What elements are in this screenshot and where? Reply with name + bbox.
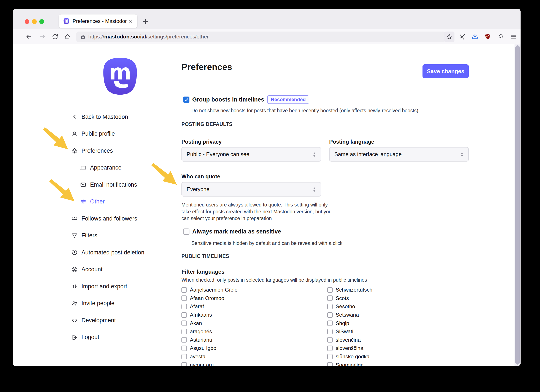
bookmark-star-icon[interactable]: [444, 31, 455, 42]
language-row-afaan-oromoo: Afaan Oromoo: [181, 294, 320, 303]
language-label[interactable]: Afaraf: [190, 303, 204, 309]
language-label[interactable]: slovenščina: [336, 345, 363, 351]
language-label[interactable]: Setswana: [336, 312, 359, 318]
svg-text:m: m: [109, 60, 131, 85]
language-checkbox[interactable]: [181, 304, 187, 309]
language-checkbox[interactable]: [181, 321, 187, 326]
sidebar-item-account[interactable]: Account: [71, 261, 175, 278]
language-checkbox[interactable]: [181, 329, 187, 334]
language-checkbox[interactable]: [327, 346, 333, 351]
language-checkbox[interactable]: [327, 295, 333, 301]
language-checkbox[interactable]: [181, 362, 187, 366]
language-checkbox[interactable]: [327, 354, 333, 359]
language-label[interactable]: aymar aru: [190, 362, 214, 366]
language-label[interactable]: Akan: [190, 320, 202, 326]
language-checkbox[interactable]: [327, 321, 333, 326]
language-checkbox[interactable]: [327, 304, 333, 309]
sidebar-item-public-profile[interactable]: Public profile: [71, 125, 175, 143]
language-column-right: Schwiizertütsch Scots Sesotho Setswana S…: [327, 286, 465, 366]
sidebar-item-automated-post-deletion[interactable]: Automated post deletion: [71, 244, 175, 261]
language-label[interactable]: Schwiizertütsch: [336, 287, 372, 293]
people-icon: [71, 215, 78, 222]
language-checkbox[interactable]: [327, 337, 333, 342]
posting-privacy-select[interactable]: Public - Everyone can see: [181, 147, 321, 162]
select-updown-icon: [460, 152, 464, 157]
group-boosts-label[interactable]: Group boosts in timelines: [192, 96, 264, 103]
reload-icon[interactable]: [50, 31, 60, 42]
language-label[interactable]: Afrikaans: [190, 312, 212, 318]
group-boosts-checkbox[interactable]: [183, 97, 190, 103]
mastodon-favicon-icon: m: [63, 18, 70, 25]
language-label[interactable]: Scots: [336, 295, 349, 301]
sidebar-item-logout[interactable]: Logout: [71, 329, 175, 346]
sensitive-media-label[interactable]: Always mark media as sensitive: [192, 228, 281, 235]
language-checkbox[interactable]: [181, 354, 187, 359]
language-checkbox[interactable]: [327, 312, 333, 318]
minimize-window-button[interactable]: [32, 19, 37, 24]
language-label[interactable]: Soomaaliga: [336, 362, 364, 366]
filter-languages-label: Filter languages: [181, 268, 225, 275]
language-row-sesotho: Sesotho: [327, 302, 465, 311]
home-icon[interactable]: [62, 31, 73, 42]
new-tab-button[interactable]: [141, 17, 150, 25]
zoom-window-button[interactable]: [39, 19, 44, 24]
ublock-origin-icon[interactable]: uO: [483, 31, 493, 42]
extensions-puzzle-icon[interactable]: [495, 31, 506, 42]
cleaner-extension-icon[interactable]: [457, 31, 467, 42]
language-row-afrikaans: Afrikaans: [181, 311, 320, 319]
posting-defaults-heading: POSTING DEFAULTS: [181, 121, 232, 127]
page-content: m Back to Mastodon Public profile Prefer…: [13, 44, 520, 366]
sidebar-item-development[interactable]: Development: [71, 312, 175, 329]
language-row-afaraf: Afaraf: [181, 302, 320, 311]
language-label[interactable]: aragonés: [190, 328, 212, 335]
sidebar-item-other[interactable]: Other: [71, 193, 175, 210]
sidebar-item-back-to-mastodon[interactable]: Back to Mastodon: [71, 109, 175, 125]
language-label[interactable]: slovenčina: [336, 337, 361, 343]
scrollbar-thumb[interactable]: [515, 45, 520, 365]
forward-icon[interactable]: [37, 31, 48, 42]
language-checkbox[interactable]: [181, 312, 187, 318]
language-label[interactable]: Shqip: [336, 320, 349, 326]
language-label[interactable]: SiSwati: [336, 328, 353, 335]
posting-language-select[interactable]: Same as interface language: [329, 147, 469, 162]
download-icon[interactable]: [470, 31, 480, 42]
language-label[interactable]: ślůnsko godka: [336, 353, 370, 360]
sidebar-item-import-and-export[interactable]: Import and export: [71, 278, 175, 295]
language-checkbox[interactable]: [181, 346, 187, 351]
language-row-scots: Scots: [327, 294, 465, 303]
save-changes-button[interactable]: Save changes: [422, 64, 469, 78]
close-window-button[interactable]: [25, 19, 29, 24]
url-text: https://mastodon.social/settings/prefere…: [88, 34, 209, 40]
sidebar-item-preferences[interactable]: Preferences: [71, 142, 175, 159]
sidebar-item-invite-people[interactable]: Invite people: [71, 295, 175, 312]
language-checkbox[interactable]: [181, 287, 187, 293]
language-label[interactable]: Asụsụ Igbo: [190, 345, 216, 351]
language-checkbox[interactable]: [181, 295, 187, 301]
language-label[interactable]: Åarjelsaemien Gïele: [190, 287, 238, 293]
language-row-as-s-igbo: Asụsụ Igbo: [181, 344, 320, 352]
sidebar-item-filters[interactable]: Filters: [71, 227, 175, 244]
sidebar-item-email-notifications[interactable]: Email notifications: [71, 176, 175, 193]
browser-tab[interactable]: m Preferences - Mastodon: [59, 15, 137, 28]
language-row-aymar-aru: aymar aru: [181, 361, 320, 366]
sidebar-item-follows-and-followers[interactable]: Follows and followers: [71, 210, 175, 227]
person-add-icon: [71, 300, 78, 307]
menu-icon[interactable]: [508, 31, 519, 42]
language-label[interactable]: Afaan Oromoo: [190, 295, 224, 301]
sensitive-media-description: Sensitive media is hidden by default and…: [191, 240, 342, 247]
tab-close-icon[interactable]: [127, 18, 134, 25]
language-label[interactable]: Sesotho: [336, 303, 355, 309]
language-label[interactable]: Asturianu: [190, 337, 212, 343]
sidebar-item-appearance[interactable]: Appearance: [71, 159, 175, 176]
back-icon[interactable]: [24, 31, 34, 42]
url-field[interactable]: https://mastodon.social/settings/prefere…: [76, 31, 446, 42]
gear-icon: [71, 148, 78, 154]
language-checkbox[interactable]: [327, 287, 333, 293]
language-checkbox[interactable]: [327, 362, 333, 366]
who-can-quote-select[interactable]: Everyone: [181, 182, 321, 197]
language-label[interactable]: avesta: [190, 353, 205, 360]
sensitive-media-checkbox[interactable]: [183, 228, 190, 235]
language-row-sloven-ina: slovenčina: [327, 336, 465, 344]
language-checkbox[interactable]: [181, 337, 187, 342]
language-checkbox[interactable]: [327, 329, 333, 334]
